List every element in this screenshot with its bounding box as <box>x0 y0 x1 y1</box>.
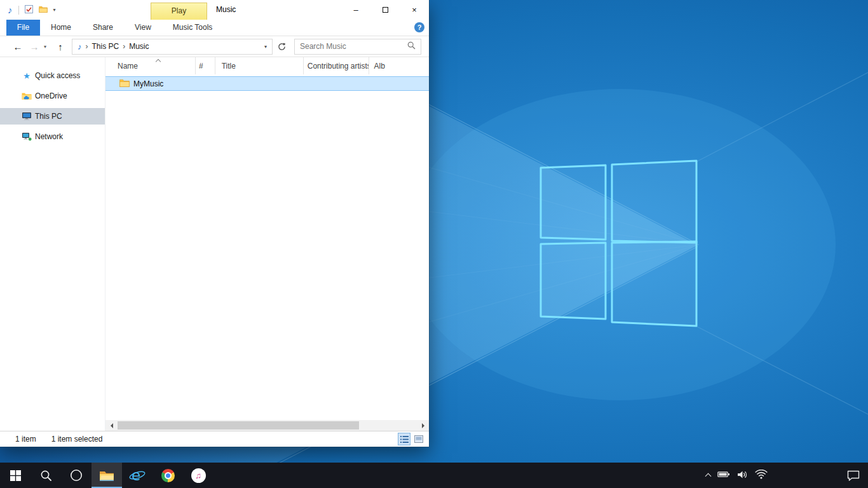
taskbar: e ♫ <box>0 463 868 488</box>
ribbon-tab-music-tools[interactable]: Music Tools <box>162 20 223 36</box>
sidebar-item-quick-access[interactable]: ★ Quick access <box>0 67 105 84</box>
search-icon <box>40 470 52 482</box>
start-button[interactable] <box>0 463 31 488</box>
scroll-right-arrow[interactable] <box>418 420 429 431</box>
ribbon-tab-file[interactable]: File <box>6 20 40 36</box>
svg-text:e: e <box>132 467 140 484</box>
battery-icon[interactable] <box>717 470 730 480</box>
navigation-pane: ★ Quick access OneDrive This PC Network <box>0 57 105 431</box>
breadcrumb-chevron-icon[interactable]: › <box>123 42 125 51</box>
column-headers: Name # Title Contributing artists Alb <box>105 57 429 74</box>
maximize-button[interactable] <box>370 0 400 20</box>
breadcrumb-chevron-icon[interactable]: › <box>86 42 88 51</box>
computer-icon <box>21 111 32 121</box>
sidebar-item-onedrive[interactable]: OneDrive <box>0 88 105 104</box>
details-view-icon <box>400 436 409 443</box>
address-bar[interactable]: ♪ › This PC › Music ▾ <box>72 39 273 55</box>
status-bar: 1 item 1 item selected <box>0 431 429 447</box>
file-list-pane: Name # Title Contributing artists Alb My… <box>105 57 429 431</box>
quick-access-toolbar: ▾ <box>25 5 56 15</box>
breadcrumb-music[interactable]: Music <box>129 42 149 51</box>
column-header-album[interactable]: Alb <box>369 57 429 74</box>
cortana-button[interactable] <box>61 463 92 488</box>
sidebar-item-label: Quick access <box>35 71 80 80</box>
onedrive-icon <box>21 91 32 101</box>
ribbon-tab-home[interactable]: Home <box>40 20 82 36</box>
column-header-contributing-artists[interactable]: Contributing artists <box>304 57 369 74</box>
close-button[interactable]: × <box>400 0 429 20</box>
large-icons-view-button[interactable] <box>412 433 425 445</box>
file-name-label: MyMusic <box>133 79 163 88</box>
search-box <box>294 39 421 55</box>
refresh-icon <box>278 43 286 51</box>
help-icon[interactable]: ? <box>414 22 424 32</box>
file-explorer-icon <box>99 470 114 482</box>
app-music-note-icon: ♪ <box>8 5 13 15</box>
chrome-button[interactable] <box>153 463 183 488</box>
quick-access-star-icon: ★ <box>21 71 32 81</box>
qat-divider <box>18 6 19 15</box>
forward-button[interactable]: → <box>28 42 41 51</box>
details-view-button[interactable] <box>398 433 410 445</box>
music-player-icon: ♫ <box>191 468 206 483</box>
maximize-icon <box>383 7 388 13</box>
back-button[interactable]: ← <box>11 42 24 51</box>
ribbon-tab-view[interactable]: View <box>124 20 162 36</box>
search-icon[interactable] <box>407 41 416 51</box>
sidebar-item-network[interactable]: Network <box>0 128 105 145</box>
item-count-label: 1 item <box>15 435 36 444</box>
taskbar-file-explorer-button[interactable] <box>92 463 122 488</box>
system-tray <box>706 463 768 488</box>
music-player-button[interactable]: ♫ <box>183 463 214 488</box>
wifi-icon[interactable] <box>755 470 768 481</box>
sidebar-item-label: OneDrive <box>35 92 67 100</box>
action-center-icon <box>847 470 860 481</box>
explorer-main-area: ★ Quick access OneDrive This PC Network <box>0 57 429 431</box>
internet-explorer-button[interactable]: e <box>122 463 153 488</box>
ribbon-tab-share[interactable]: Share <box>82 20 124 36</box>
refresh-button[interactable] <box>274 39 289 55</box>
cortana-icon <box>70 469 83 482</box>
large-icons-view-icon <box>414 435 423 443</box>
selection-count-label: 1 item selected <box>51 435 103 444</box>
minimize-button[interactable]: – <box>341 0 370 20</box>
window-title: Music <box>216 0 236 20</box>
network-icon <box>21 132 32 142</box>
sidebar-item-label: Network <box>35 132 63 141</box>
file-list-empty-area[interactable] <box>105 91 429 420</box>
file-explorer-window: ♪ ▾ Play Music – × File Home Share View … <box>0 0 429 447</box>
recent-locations-dropdown-icon[interactable]: ▾ <box>41 44 49 50</box>
address-dropdown-icon[interactable]: ▾ <box>259 44 272 50</box>
title-bar[interactable]: ♪ ▾ Play Music – × <box>0 0 429 20</box>
window-controls: – × <box>341 0 429 20</box>
action-center-button[interactable] <box>847 463 860 488</box>
navigation-bar: ← → ▾ ↑ ♪ › This PC › Music ▾ <box>0 36 429 57</box>
show-hidden-icons-chevron[interactable] <box>705 473 712 480</box>
breadcrumb-this-pc[interactable]: This PC <box>92 42 119 51</box>
search-input[interactable] <box>295 42 407 51</box>
volume-icon[interactable] <box>737 470 748 481</box>
new-folder-icon[interactable] <box>39 6 48 15</box>
file-row-mymusic-selected[interactable]: MyMusic <box>105 76 429 91</box>
scroll-left-arrow[interactable] <box>105 420 116 431</box>
properties-icon[interactable] <box>25 5 33 15</box>
up-button[interactable]: ↑ <box>54 42 67 51</box>
taskbar-search-button[interactable] <box>31 463 61 488</box>
column-header-track-number[interactable]: # <box>196 57 215 74</box>
column-header-title[interactable]: Title <box>215 57 304 74</box>
triangle-right-icon <box>422 423 427 428</box>
column-header-name[interactable]: Name <box>105 57 196 74</box>
customize-qat-dropdown-icon[interactable]: ▾ <box>53 8 56 13</box>
chrome-icon <box>161 469 175 482</box>
scrollbar-thumb[interactable] <box>118 421 359 430</box>
folder-icon <box>119 79 130 89</box>
ribbon-contextual-tab-play[interactable]: Play <box>151 3 207 20</box>
internet-explorer-icon: e <box>129 467 146 484</box>
windows-logo-icon <box>10 470 21 481</box>
triangle-left-icon <box>108 423 113 428</box>
view-toggle-buttons <box>398 433 425 445</box>
sidebar-item-this-pc[interactable]: This PC <box>0 108 105 125</box>
horizontal-scrollbar[interactable] <box>105 420 429 431</box>
address-location-icon: ♪ <box>78 43 82 51</box>
sidebar-item-label: This PC <box>35 112 62 121</box>
